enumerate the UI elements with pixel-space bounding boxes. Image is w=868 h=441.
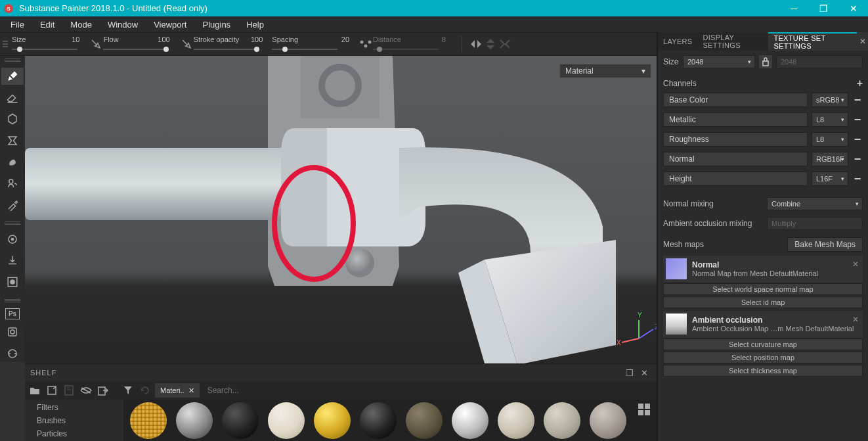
- filter-icon[interactable]: [121, 383, 135, 398]
- flow-slider[interactable]: [103, 45, 169, 53]
- stroke-opacity-slider[interactable]: [194, 45, 259, 53]
- export-icon[interactable]: [96, 383, 110, 398]
- remove-channel-icon[interactable]: −: [852, 172, 863, 186]
- select-id-map[interactable]: Select id map: [663, 296, 863, 308]
- resources-updater-icon[interactable]: [1, 323, 24, 341]
- material-thumbnail[interactable]: [544, 402, 580, 439]
- material-thumbnail[interactable]: [406, 402, 443, 439]
- tab-close-icon[interactable]: ✕: [857, 32, 868, 51]
- 3d-viewport[interactable]: Y Z X Material: [25, 56, 657, 363]
- eraser-tool[interactable]: [1, 89, 24, 106]
- channel-basecolor-fmt[interactable]: sRGB8: [812, 93, 848, 107]
- channel-height-fmt[interactable]: L16F: [812, 172, 848, 186]
- channel-normal-fmt[interactable]: RGB16F: [812, 152, 848, 166]
- material-thumbnail[interactable]: [222, 402, 259, 439]
- menu-plugins[interactable]: Plugins: [194, 16, 238, 32]
- menu-window[interactable]: Window: [100, 16, 146, 32]
- material-thumbnail[interactable]: [498, 402, 534, 439]
- visibility-icon[interactable]: [79, 383, 93, 398]
- paint-tool[interactable]: [1, 68, 24, 85]
- select-world-normal-map[interactable]: Select world space normal map: [663, 283, 863, 295]
- bake-icon[interactable]: [1, 252, 24, 270]
- add-channel-icon[interactable]: +: [857, 78, 863, 89]
- quick-mask-tool[interactable]: [1, 273, 24, 291]
- mirror-y-icon[interactable]: [483, 37, 498, 51]
- spacing-dots-icon[interactable]: [358, 37, 373, 51]
- smudge-tool[interactable]: [1, 153, 24, 171]
- menu-edit[interactable]: Edit: [32, 16, 62, 32]
- stroke-icon[interactable]: [179, 37, 194, 51]
- mirror-settings-icon[interactable]: [498, 37, 512, 51]
- polygon-fill-tool[interactable]: [1, 132, 24, 150]
- mirror-x-icon[interactable]: [469, 37, 483, 51]
- viewport-shading-dropdown[interactable]: Material: [559, 64, 651, 78]
- brush-direction-icon[interactable]: [89, 37, 103, 51]
- tab-layers[interactable]: LAYERS: [658, 32, 697, 51]
- select-curvature-map[interactable]: Select curvature map: [663, 338, 863, 350]
- grid-view-icon[interactable]: [638, 404, 650, 415]
- material-thumbnail[interactable]: [314, 402, 351, 439]
- bake-mesh-maps-button[interactable]: Bake Mesh Maps: [787, 237, 863, 252]
- shelf-category-particles[interactable]: Particles: [37, 427, 123, 440]
- spacing-slider[interactable]: [272, 45, 337, 53]
- channel-roughness-fmt[interactable]: L8: [812, 132, 848, 147]
- channel-metallic-fmt[interactable]: L8: [812, 112, 848, 127]
- channel-metallic[interactable]: Metallic: [663, 112, 808, 127]
- material-thumbnail[interactable]: [590, 402, 626, 439]
- shelf-category-brushes[interactable]: Brushes: [37, 414, 123, 427]
- menu-viewport[interactable]: Viewport: [146, 16, 194, 32]
- folder-icon[interactable]: [28, 383, 42, 398]
- material-picker-tool[interactable]: [1, 197, 24, 214]
- normal-map-thumbnail[interactable]: [666, 258, 687, 279]
- tab-texture-set-settings[interactable]: TEXTURE SET SETTINGS: [768, 32, 857, 51]
- shelf-category-filters[interactable]: Filters: [37, 401, 123, 414]
- size-slider[interactable]: [12, 45, 77, 53]
- save-icon[interactable]: [62, 383, 76, 398]
- projection-tool[interactable]: [1, 110, 24, 128]
- geometry-decal-tool[interactable]: [1, 231, 24, 248]
- remove-channel-icon[interactable]: −: [852, 152, 863, 166]
- window-title: Substance Painter 2018.1.0 - Untitled (R…: [16, 3, 779, 13]
- remove-channel-icon[interactable]: −: [852, 93, 863, 107]
- drag-handle-icon[interactable]: [5, 221, 20, 225]
- close-button[interactable]: ✕: [838, 0, 868, 16]
- material-thumbnail[interactable]: [176, 402, 213, 439]
- maximize-button[interactable]: ❐: [809, 0, 838, 16]
- shelf-search-input[interactable]: [202, 383, 654, 398]
- clone-tool[interactable]: [1, 175, 24, 193]
- drag-handle-icon[interactable]: [5, 58, 20, 62]
- ao-map-thumbnail[interactable]: [666, 313, 687, 335]
- menu-help[interactable]: Help: [238, 16, 272, 32]
- shelf-undock-icon[interactable]: ❐: [622, 366, 637, 379]
- shelf-tab-materials[interactable]: Materi..✕: [155, 383, 200, 398]
- photoshop-export-icon[interactable]: Ps: [5, 308, 20, 319]
- channel-height[interactable]: Height: [663, 172, 808, 186]
- select-thickness-map[interactable]: Select thickness map: [663, 365, 863, 377]
- import-icon[interactable]: [45, 383, 59, 398]
- channel-normal[interactable]: Normal: [663, 152, 808, 166]
- channel-basecolor[interactable]: Base Color: [663, 93, 808, 107]
- drag-handle-icon[interactable]: [3, 37, 8, 51]
- material-thumbnail[interactable]: [452, 402, 488, 439]
- material-thumbnail[interactable]: [268, 402, 305, 439]
- select-position-map[interactable]: Select position map: [663, 352, 863, 363]
- channel-roughness[interactable]: Roughness: [663, 132, 808, 147]
- close-tab-icon[interactable]: ✕: [188, 386, 194, 395]
- tab-display-settings[interactable]: DISPLAY SETTINGS: [697, 32, 768, 51]
- remove-channel-icon[interactable]: −: [852, 133, 863, 147]
- texset-size-select[interactable]: 2048: [683, 55, 755, 68]
- refresh-filter-icon[interactable]: [138, 383, 152, 398]
- remove-map-icon[interactable]: ✕: [852, 260, 859, 269]
- shelf-close-icon[interactable]: ✕: [637, 366, 651, 379]
- lock-aspect-icon[interactable]: [759, 55, 772, 68]
- material-thumbnail[interactable]: [360, 402, 397, 439]
- drag-handle-icon[interactable]: [5, 299, 20, 303]
- material-thumbnail[interactable]: [130, 402, 167, 439]
- remove-channel-icon[interactable]: −: [852, 113, 863, 127]
- menu-mode[interactable]: Mode: [62, 16, 100, 32]
- remove-map-icon[interactable]: ✕: [852, 315, 859, 324]
- menu-file[interactable]: File: [3, 16, 32, 32]
- settings-sync-icon[interactable]: [1, 344, 24, 362]
- normal-mixing-select[interactable]: Combine: [767, 197, 863, 210]
- minimize-button[interactable]: ─: [779, 0, 809, 16]
